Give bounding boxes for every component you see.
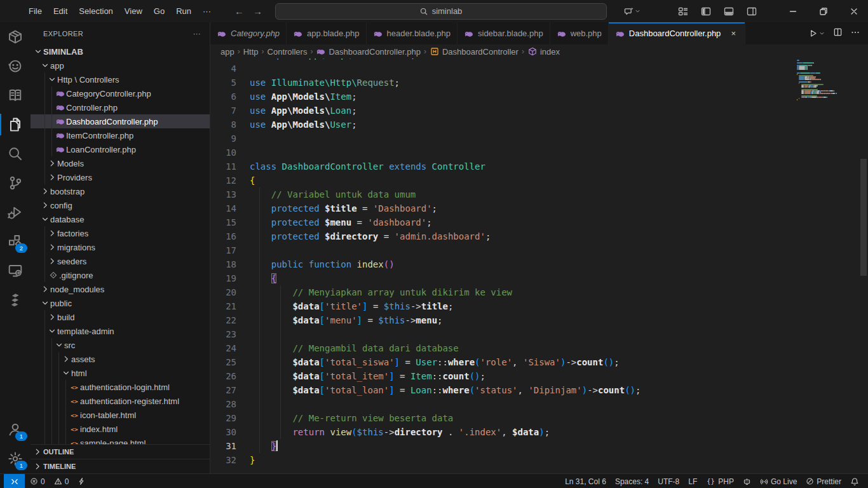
breadcrumb-item-controllers[interactable]: Controllers [268,47,308,57]
tab-web.php[interactable]: web.php [550,22,609,44]
line-number[interactable]: 21 [210,299,250,313]
line-number[interactable]: 27 [210,383,250,397]
tree-file-categorycontroller.php[interactable]: CategoryController.php [31,86,210,100]
tab-header.blade.php[interactable]: header.blade.php [367,22,458,44]
tree-file-controller.php[interactable]: Controller.php [31,100,210,114]
breadcrumb-item-dashboardcontroller[interactable]: DashboardController [430,46,519,57]
code-line-13[interactable]: 13 // Variabel untuk data umum [210,187,868,201]
tree-file-loancontroller.php[interactable]: LoanController.php [31,142,210,156]
activity-monkey-icon[interactable] [0,51,31,81]
tree-file-authentication-register.html[interactable]: <>authentication-register.html [31,394,210,408]
menu-edit[interactable]: Edit [48,4,73,18]
status-go-live[interactable]: Go Live [756,474,801,488]
remote-indicator[interactable] [4,474,25,488]
code-line-16[interactable]: 16 protected $directory = 'admin.dashboa… [210,229,868,243]
code-line-20[interactable]: 20 // Menyiapkan array untuk dikirim ke … [210,285,868,299]
breadcrumb-item-app[interactable]: app [220,47,234,57]
line-number[interactable]: 28 [210,397,250,411]
tree-folder-app[interactable]: app [31,58,210,72]
menu-file[interactable]: File [23,4,48,18]
tab-close-icon[interactable]: × [728,29,738,38]
line-number[interactable]: 4 [210,62,250,76]
tree-folder-build[interactable]: build [31,310,210,324]
menu-go[interactable]: Go [148,4,170,18]
tree-folder-factories[interactable]: factories [31,226,210,240]
status-utf-8[interactable]: UTF-8 [654,474,683,488]
line-number[interactable]: 22 [210,313,250,327]
toggle-panel-button[interactable] [719,3,738,20]
menu-selection[interactable]: Selection [73,4,118,18]
menu-overflow[interactable]: ··· [197,4,217,18]
breadcrumb-item-index[interactable]: index [527,46,560,57]
line-number[interactable]: 29 [210,411,250,425]
tree-folder-public[interactable]: public [31,296,210,310]
toggle-secondary-sidebar-button[interactable] [742,3,761,20]
status-prettier[interactable]: Prettier [802,474,845,488]
run-file-button[interactable] [808,29,825,38]
code-line-5[interactable]: 5use Illuminate\Http\Request; [210,76,868,90]
line-number[interactable]: 26 [210,369,250,383]
line-number[interactable]: 12 [210,173,250,187]
menu-view[interactable]: View [119,4,148,18]
tree-folder-src[interactable]: src [31,338,210,352]
code-editor[interactable]: 3namespace App\Http\Controllers; 45use I… [210,58,868,473]
code-line-21[interactable]: 21 $data['title'] = $this->title; [210,299,868,313]
tree-folder-node-modules[interactable]: node_modules [31,282,210,296]
code-line-4[interactable]: 4 [210,62,868,76]
code-line-15[interactable]: 15 protected $menu = 'dashboard'; [210,215,868,229]
code-line-19[interactable]: 19 { [210,271,868,285]
close-window-button[interactable] [840,0,868,22]
tree-folder-providers[interactable]: Providers [31,170,210,184]
code-line-27[interactable]: 27 $data['total_loan'] = Loan::where('st… [210,383,868,397]
line-number[interactable]: 25 [210,355,250,369]
breadcrumb-item-dashboardcontroller.php[interactable]: DashboardController.php [316,46,421,57]
status-ln-31-col-6[interactable]: Ln 31, Col 6 [561,474,610,488]
tree-folder-assets[interactable]: assets [31,352,210,366]
tree-folder-bootstrap[interactable]: bootstrap [31,184,210,198]
line-number[interactable]: 32 [210,453,250,467]
activity-extensions-icon[interactable]: 2 [0,227,31,256]
breadcrumb-item-http[interactable]: Http [243,47,259,57]
line-number[interactable]: 15 [210,215,250,229]
sidebar-section-outline[interactable]: OUTLINE [31,444,210,459]
tree-folder-models[interactable]: Models [31,156,210,170]
code-line-18[interactable]: 18 public function index() [210,257,868,271]
line-number[interactable]: 13 [210,187,250,201]
tree-file-authentication-login.html[interactable]: <>authentication-login.html [31,380,210,394]
sidebar-section-timeline[interactable]: TIMELINE [31,459,210,473]
activity-remote-explorer-icon[interactable] [0,256,31,285]
line-number[interactable]: 30 [210,425,250,439]
activity-book-icon[interactable] [0,81,31,110]
tree-folder-html[interactable]: html [31,366,210,380]
tree-folder-http-controllers[interactable]: Http \ Controllers [31,72,210,86]
code-line-6[interactable]: 6use App\Models\Item; [210,90,868,104]
line-number[interactable]: 6 [210,90,250,104]
menu-run[interactable]: Run [170,4,197,18]
code-line-26[interactable]: 26 $data['total_item'] = Item::count(); [210,369,868,383]
activity-settings-gear-icon[interactable]: 1 [0,444,31,473]
line-number[interactable]: 31 [210,439,250,453]
code-line-25[interactable]: 25 $data['total_siswa'] = User::where('r… [210,355,868,369]
tree-folder-template-admin[interactable]: template-admin [31,324,210,338]
editor-scrollbar[interactable] [860,159,867,276]
tab-sidebar.blade.php[interactable]: sidebar.blade.php [458,22,550,44]
code-line-22[interactable]: 22 $data['menu'] = $this->menu; [210,313,868,327]
line-number[interactable]: 23 [210,327,250,341]
activity-account-icon[interactable]: 1 [0,415,31,444]
line-number[interactable]: 8 [210,118,250,132]
status-0[interactable]: 0 [26,474,49,488]
code-line-8[interactable]: 8use App\Models\User; [210,118,868,132]
tree-file-icon-tabler.html[interactable]: <>icon-tabler.html [31,408,210,422]
status-spaces-4[interactable]: Spaces: 4 [611,474,653,488]
code-line-23[interactable]: 23 [210,327,868,341]
line-number[interactable]: 7 [210,104,250,118]
tab-app.blade.php[interactable]: app.blade.php [287,22,366,44]
line-number[interactable]: 20 [210,285,250,299]
code-line-7[interactable]: 7use App\Models\Loan; [210,104,868,118]
activity-search-icon[interactable] [0,139,31,168]
editor-more-actions-button[interactable] [850,27,860,40]
tree-file-itemcontroller.php[interactable]: ItemController.php [31,128,210,142]
explorer-actions-icon[interactable]: ··· [193,30,201,37]
code-line-31[interactable]: 31 } [210,439,868,453]
status-lf[interactable]: LF [684,474,701,488]
